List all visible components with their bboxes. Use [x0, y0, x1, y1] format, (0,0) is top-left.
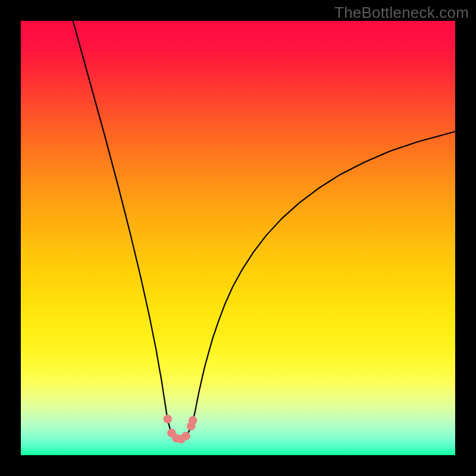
data-marker [181, 432, 190, 441]
data-marker [163, 415, 172, 424]
plot-area [21, 21, 455, 455]
gradient-rect [21, 21, 455, 455]
watermark-text: TheBottleneck.com [334, 4, 469, 22]
chart-svg [21, 21, 455, 455]
data-marker [189, 416, 198, 425]
outer-frame: TheBottleneck.com [0, 0, 476, 476]
